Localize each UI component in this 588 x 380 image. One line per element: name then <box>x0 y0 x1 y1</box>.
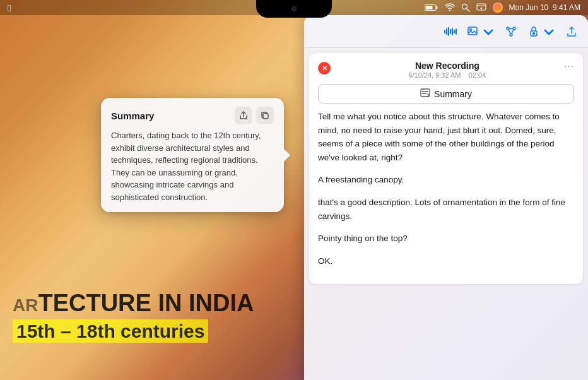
summary-btn-label: Summary <box>434 89 472 99</box>
export-toolbar-icon[interactable] <box>565 25 578 38</box>
camera-dot <box>291 6 297 11</box>
transcript-para-3: that's a good description. Lots of ornam… <box>318 196 574 223</box>
summary-popup-header: Summary <box>111 107 274 124</box>
summary-copy-button[interactable] <box>256 107 274 124</box>
svg-rect-8 <box>263 114 268 119</box>
lock-toolbar-icon[interactable] <box>527 25 555 38</box>
handwriting-content: ARTECTURE IN INDIA 15th – 18th centuries <box>13 290 297 342</box>
user-icon[interactable] <box>476 3 486 12</box>
recording-meta: 6/10/24, 9:32 AM 02:04 <box>331 71 564 79</box>
waveform-toolbar-icon[interactable] <box>444 27 457 36</box>
vm-toolbar <box>304 15 588 48</box>
profile-icon[interactable] <box>493 3 503 13</box>
recording-item-header: ✕ New Recording 6/10/24, 9:32 AM 02:04 ·… <box>318 61 574 79</box>
menubar-left:  <box>8 3 11 13</box>
summary-button[interactable]: Summary <box>318 84 574 104</box>
search-icon[interactable] <box>461 3 470 12</box>
wifi-icon <box>445 3 455 12</box>
handwriting-title-line1: ARTECTURE IN INDIA <box>13 290 297 317</box>
summary-popup-actions <box>235 107 274 124</box>
apple-menu[interactable]:  <box>8 3 11 13</box>
gallery-toolbar-icon[interactable] <box>467 25 495 38</box>
svg-rect-9 <box>468 27 477 35</box>
transcript-para-5: OK. <box>318 254 574 268</box>
svg-point-18 <box>533 32 535 34</box>
voice-memo-panel: ✕ New Recording 6/10/24, 9:32 AM 02:04 ·… <box>304 15 588 380</box>
menubar-datetime: Mon Jun 10 9:41 AM <box>509 3 580 12</box>
svg-line-15 <box>509 29 511 33</box>
summary-btn-icon <box>420 88 430 99</box>
transcript-para-1: Tell me what you notice about this struc… <box>318 110 574 164</box>
svg-line-16 <box>512 29 514 33</box>
handwriting-subtitle: 15th – 18th centuries <box>13 321 297 342</box>
transcript: Tell me what you notice about this struc… <box>318 110 574 268</box>
recording-close-button[interactable]: ✕ <box>318 62 331 74</box>
transcript-para-2: A freestanding canopy. <box>318 173 574 187</box>
share-loops-icon[interactable] <box>505 25 517 38</box>
svg-line-4 <box>466 9 469 12</box>
battery-icon <box>425 4 438 11</box>
summary-popup-title: Summary <box>111 110 154 121</box>
recording-info: New Recording 6/10/24, 9:32 AM 02:04 <box>331 61 564 79</box>
recording-name: New Recording <box>331 61 564 71</box>
camera-notch <box>256 0 332 18</box>
recording-item: ✕ New Recording 6/10/24, 9:32 AM 02:04 ·… <box>309 53 583 284</box>
summary-popup: Summary Charters, dating back to the 12t… <box>101 98 284 212</box>
svg-rect-1 <box>436 6 437 9</box>
svg-point-7 <box>480 8 482 9</box>
summary-share-button[interactable] <box>235 107 252 124</box>
vm-content: ✕ New Recording 6/10/24, 9:32 AM 02:04 ·… <box>304 48 588 380</box>
transcript-para-4: Pointy thing on the top? <box>318 232 574 246</box>
summary-popup-body: Charters, dating back to the 12th centur… <box>111 129 274 203</box>
svg-rect-2 <box>425 6 432 9</box>
menubar-right: Mon Jun 10 9:41 AM <box>425 3 580 13</box>
recording-more-button[interactable]: ··· <box>564 61 574 72</box>
